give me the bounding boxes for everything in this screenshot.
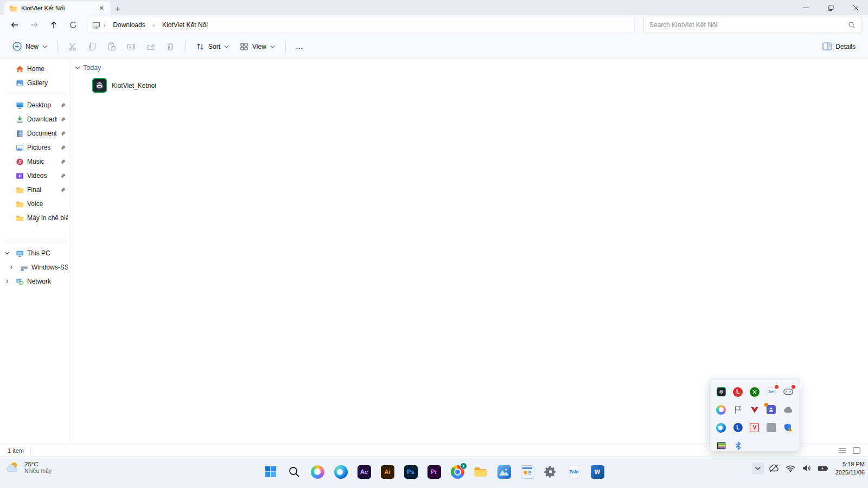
- more-options-button[interactable]: ...: [291, 39, 308, 54]
- toolbar-divider: [285, 41, 286, 53]
- sidebar-item-gallery[interactable]: Gallery: [0, 76, 70, 90]
- chrome-app-icon[interactable]: T: [449, 464, 465, 480]
- refresh-button[interactable]: [65, 17, 81, 33]
- group-header-today[interactable]: Today: [75, 64, 859, 72]
- taskbar-clock[interactable]: 5:19 PM 2025/11/06: [835, 460, 865, 477]
- breadcrumb-item-downloads[interactable]: Downloads: [108, 20, 149, 30]
- sidebar-item-network[interactable]: Network: [0, 274, 70, 288]
- lan-grid-tray-icon[interactable]: [715, 440, 727, 452]
- blue-l-app-tray-icon[interactable]: L: [732, 422, 744, 434]
- new-button-label: New: [25, 43, 39, 50]
- illustrator-app-icon[interactable]: Ai: [379, 464, 395, 480]
- details-pane-button[interactable]: Details: [818, 38, 860, 54]
- sidebar-item-pictures[interactable]: Pictures: [0, 140, 70, 155]
- share-button[interactable]: [142, 38, 160, 55]
- game-bar-tray-icon[interactable]: [782, 386, 794, 398]
- xbox-tray-icon[interactable]: [749, 386, 761, 398]
- chevron-collapsed-icon[interactable]: [4, 279, 11, 284]
- copilot-tray-icon[interactable]: [715, 404, 727, 416]
- file-explorer-app-icon[interactable]: [473, 464, 489, 480]
- sidebar-item-videos[interactable]: Videos: [0, 169, 70, 183]
- start-button[interactable]: [263, 464, 279, 480]
- list-view-toggle-icon[interactable]: [839, 447, 846, 454]
- delete-button[interactable]: [161, 38, 180, 55]
- pictures-icon: [15, 143, 24, 152]
- chevron-down-icon: [224, 45, 229, 48]
- notification-badge: [764, 403, 768, 407]
- chevron-expanded-icon[interactable]: [4, 251, 11, 256]
- after-effects-app-icon[interactable]: Ae: [356, 464, 372, 480]
- breadcrumb: › Downloads › KiotViet Kết Nối: [87, 17, 635, 33]
- bluetooth-tray-icon[interactable]: [732, 440, 744, 452]
- zalo-tray-icon[interactable]: Zalo: [765, 386, 777, 398]
- battery-icon[interactable]: [817, 463, 829, 474]
- zalo-app-icon[interactable]: Zalo: [566, 464, 582, 480]
- sort-button[interactable]: Sort: [191, 38, 234, 55]
- videos-icon: [15, 171, 24, 180]
- cut-button[interactable]: [63, 38, 82, 55]
- forward-button[interactable]: [26, 17, 42, 33]
- settings-app-icon[interactable]: [542, 464, 559, 480]
- sidebar-item-windows-ssd[interactable]: Windows-SSD (C:): [0, 260, 70, 274]
- new-button[interactable]: New: [8, 38, 52, 55]
- taskbar-search-button[interactable]: [286, 464, 302, 480]
- sidebar-item-home[interactable]: Home: [0, 62, 70, 76]
- idm-tray-icon[interactable]: [749, 404, 761, 416]
- up-button[interactable]: [46, 17, 62, 33]
- drive-icon: [20, 263, 28, 272]
- red-l-app-tray-icon[interactable]: L: [732, 386, 744, 398]
- dashboard-app-icon[interactable]: [519, 464, 535, 480]
- chevron-collapsed-icon[interactable]: [9, 265, 15, 270]
- security-shield-tray-icon[interactable]: [782, 422, 794, 434]
- breadcrumb-item-current[interactable]: KiotViet Kết Nối: [158, 20, 212, 30]
- desktop-screen: KiotViet Kết Nối ✕ + › Downloads › KiotV…: [0, 0, 868, 488]
- photoshop-app-icon[interactable]: Ps: [403, 464, 419, 480]
- paste-button[interactable]: [103, 38, 121, 55]
- system-tray: 5:19 PM 2025/11/06: [752, 460, 865, 477]
- back-button[interactable]: [7, 17, 23, 33]
- search-box[interactable]: [643, 17, 861, 33]
- sidebar-item-desktop[interactable]: Desktop: [0, 98, 70, 112]
- clock-time: 5:19 PM: [835, 460, 865, 468]
- sidebar-item-downloads[interactable]: Downloads: [0, 112, 70, 126]
- maximize-button[interactable]: [818, 0, 843, 15]
- sidebar-item-may-in-che-bien[interactable]: Máy in chế biến: [0, 211, 70, 225]
- edge-app-icon[interactable]: [333, 464, 349, 480]
- view-button[interactable]: View: [235, 38, 280, 55]
- photos-app-icon[interactable]: [496, 464, 512, 480]
- chevron-down-icon: [42, 45, 47, 48]
- tab-close-icon[interactable]: ✕: [97, 3, 106, 13]
- onedrive-disconnected-icon[interactable]: [768, 463, 780, 474]
- new-tab-button[interactable]: +: [111, 1, 125, 15]
- file-item-kiotviet-ketnoi[interactable]: KiotViet_Ketnoi: [91, 77, 210, 94]
- sidebar-item-documents[interactable]: Documents: [0, 126, 70, 140]
- tray-chevron-icon[interactable]: [752, 463, 764, 474]
- search-input[interactable]: [649, 21, 848, 29]
- sidebar-item-label: Windows-SSD (C:): [31, 264, 68, 271]
- sidebar-item-voice[interactable]: Voice: [0, 197, 70, 211]
- thumbnail-view-toggle-icon[interactable]: [853, 447, 860, 454]
- word-app-icon[interactable]: W: [589, 464, 605, 480]
- sidebar-item-this-pc[interactable]: This PC: [0, 246, 70, 260]
- wifi-icon[interactable]: [784, 463, 796, 474]
- explorer-tab[interactable]: KiotViet Kết Nối ✕: [4, 1, 111, 15]
- onedrive-grey-tray-icon[interactable]: [782, 404, 794, 416]
- v-box-tray-icon[interactable]: V: [749, 422, 761, 434]
- sidebar-item-music[interactable]: Music: [0, 155, 70, 169]
- kiotviet-tray-icon[interactable]: [715, 386, 727, 398]
- edge-tray-icon[interactable]: [715, 422, 727, 434]
- command-toolbar: New A Sort View ... Details: [0, 35, 868, 59]
- sort-icon: [196, 42, 205, 51]
- sidebar-item-final[interactable]: Final: [0, 183, 70, 197]
- grey-square-tray-icon[interactable]: [765, 422, 777, 434]
- rename-button[interactable]: A: [122, 38, 141, 55]
- copilot-app-icon[interactable]: [309, 464, 326, 480]
- volume-icon[interactable]: [801, 463, 813, 474]
- teams-tray-icon[interactable]: [765, 404, 777, 416]
- flag-tray-icon[interactable]: [732, 404, 744, 416]
- copy-button[interactable]: [83, 38, 101, 55]
- minimize-button[interactable]: [793, 0, 818, 15]
- sidebar-item-label: Desktop: [27, 101, 57, 109]
- premiere-app-icon[interactable]: Pr: [426, 464, 442, 480]
- close-button[interactable]: [843, 0, 868, 15]
